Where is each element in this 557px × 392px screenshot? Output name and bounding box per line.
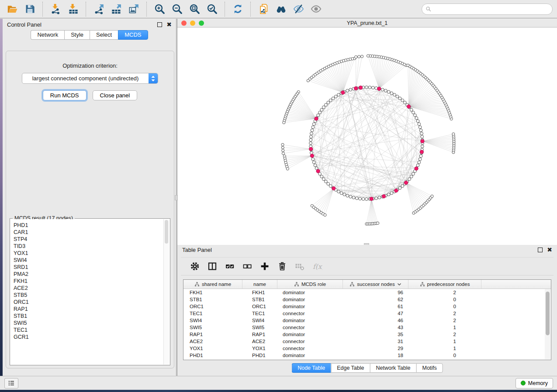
table-row[interactable]: FKH1FKH1dominator962 xyxy=(183,289,551,296)
table-row[interactable]: SWI4SWI4dominator462 xyxy=(183,317,551,324)
network-from-document-button[interactable] xyxy=(255,1,272,17)
close-panel-icon[interactable]: ✖ xyxy=(166,22,172,27)
mcds-result-item[interactable]: GCR1 xyxy=(14,334,164,340)
mcds-result-item[interactable]: ACE2 xyxy=(14,285,164,292)
delete-column-button[interactable] xyxy=(274,259,290,273)
table-panel-title: Table Panel xyxy=(182,247,538,253)
zoom-in-button[interactable] xyxy=(151,1,168,17)
mcds-result-item[interactable]: STB5 xyxy=(14,292,164,299)
cell-predecessor-nodes: 2 xyxy=(408,311,481,316)
column-header-predecessor-nodes[interactable]: predecessor nodes xyxy=(408,280,481,289)
save-session-icon xyxy=(24,3,36,15)
show-panels-button[interactable] xyxy=(307,1,325,17)
mcds-result-item[interactable]: CAR1 xyxy=(14,229,164,236)
column-label: MCDS role xyxy=(301,282,326,287)
column-header-successor-nodes[interactable]: successor nodes xyxy=(343,280,408,289)
hide-panels-icon xyxy=(293,3,304,15)
import-network-icon xyxy=(50,3,62,15)
tab-network-table[interactable]: Network Table xyxy=(370,363,416,373)
cell-successor-nodes: 62 xyxy=(343,297,408,302)
toggle-columns-button[interactable] xyxy=(204,259,220,273)
table-row[interactable]: PHD1PHD1dominator180 xyxy=(183,352,551,359)
mcds-result-item[interactable]: PMA2 xyxy=(14,271,164,278)
zoom-selected-button[interactable] xyxy=(203,1,221,17)
task-list-button[interactable] xyxy=(4,378,18,389)
mcds-result-item[interactable]: TEC1 xyxy=(14,327,164,334)
tab-motifs[interactable]: Motifs xyxy=(416,363,443,373)
mcds-result-item[interactable]: ORC1 xyxy=(14,299,164,306)
tab-mcds[interactable]: MCDS xyxy=(118,30,148,40)
float-table-panel-icon[interactable] xyxy=(538,248,543,252)
zoom-fit-button[interactable] xyxy=(186,1,203,17)
import-table-button[interactable] xyxy=(64,1,82,17)
mcds-result-item[interactable]: SWI5 xyxy=(14,320,164,327)
network-canvas[interactable] xyxy=(177,28,557,245)
save-session-button[interactable] xyxy=(21,1,38,17)
close-panel-button[interactable]: Close panel xyxy=(93,90,138,100)
binoculars-button[interactable] xyxy=(272,1,290,17)
table-panel-tabbar: Node TableEdge TableNetwork TableMotifs xyxy=(291,363,443,373)
close-table-panel-icon[interactable]: ✖ xyxy=(547,247,552,252)
mcds-result-scrollbar[interactable] xyxy=(163,219,170,364)
export-table-button[interactable] xyxy=(107,1,125,17)
deselect-all-rows-button[interactable] xyxy=(239,259,255,273)
vertical-splitter-handle[interactable] xyxy=(175,195,178,200)
open-file-button[interactable] xyxy=(3,1,21,17)
run-mcds-button[interactable]: Run MCDS xyxy=(43,90,86,100)
table-toolbar: f(x) xyxy=(181,257,554,275)
mcds-result-item[interactable]: STP4 xyxy=(14,236,164,243)
mcds-result-item[interactable]: SRD1 xyxy=(14,264,164,271)
table-row[interactable]: ACE2ACE2connector311 xyxy=(183,338,551,345)
refresh-view-button[interactable] xyxy=(229,1,246,17)
mcds-result-item[interactable]: STB1 xyxy=(14,313,164,320)
mcds-result-item[interactable]: YOX1 xyxy=(14,250,164,257)
column-header-name[interactable]: name xyxy=(242,280,277,289)
table-row[interactable]: TEC1TEC1connector472 xyxy=(183,310,551,317)
tab-network[interactable]: Network xyxy=(31,30,64,40)
cell-predecessor-nodes: 0 xyxy=(408,304,481,309)
add-column-button[interactable] xyxy=(257,259,273,273)
tab-select[interactable]: Select xyxy=(90,30,118,40)
export-network-icon xyxy=(93,3,105,15)
search-field[interactable] xyxy=(422,3,553,15)
cell-name: TEC1 xyxy=(242,311,277,316)
table-row[interactable]: SWI5SWI5connector431 xyxy=(183,324,551,331)
table-settings-gear-icon xyxy=(190,261,200,272)
status-bar: Memory xyxy=(0,376,557,390)
cell-shared-name: SWI5 xyxy=(183,325,242,330)
zoom-selected-icon xyxy=(206,3,218,15)
import-network-button[interactable] xyxy=(47,1,64,17)
table-row[interactable]: YOX1YOX1connector291 xyxy=(183,345,551,352)
column-header-MCDS-role[interactable]: MCDS role xyxy=(277,280,343,289)
cell-predecessor-nodes: 0 xyxy=(408,297,481,302)
binoculars-icon xyxy=(275,3,287,15)
search-input[interactable] xyxy=(434,6,549,13)
zoom-out-button[interactable] xyxy=(168,1,186,17)
mcds-result-item[interactable]: TID3 xyxy=(14,243,164,250)
export-image-button[interactable] xyxy=(125,1,142,17)
hide-panels-button[interactable] xyxy=(290,1,307,17)
optimization-criterion-dropdown[interactable]: largest connected component (undirected) xyxy=(22,73,158,84)
table-row[interactable]: RAP1RAP1dominator352 xyxy=(183,331,551,338)
mcds-result-item[interactable]: SWI4 xyxy=(14,257,164,264)
mcds-result-item[interactable]: RAP1 xyxy=(14,306,164,313)
svg-text:f(x): f(x) xyxy=(313,263,322,271)
toolbar-separator xyxy=(146,2,147,17)
mcds-result-item[interactable]: FKH1 xyxy=(14,278,164,285)
network-window-titlebar: YPA_prune.txt_1 xyxy=(177,19,557,28)
column-header-shared-name[interactable]: shared name xyxy=(183,280,242,289)
table-row[interactable]: ORC1ORC1dominator610 xyxy=(183,303,551,310)
node-table-scrollbar[interactable] xyxy=(545,289,550,359)
mcds-result-list[interactable]: PHD1CAR1STP4TID3YOX1SWI4SRD1PMA2FKH1ACE2… xyxy=(10,219,164,364)
memory-button[interactable]: Memory xyxy=(515,378,553,389)
mcds-result-item[interactable]: PHD1 xyxy=(14,222,164,229)
float-panel-icon[interactable] xyxy=(157,22,162,27)
table-settings-gear-button[interactable] xyxy=(187,259,203,273)
table-row[interactable]: STB1STB1dominator620 xyxy=(183,296,551,303)
network-view-window: YPA_prune.txt_1 xyxy=(177,19,557,245)
tab-style[interactable]: Style xyxy=(64,30,90,40)
tab-edge-table[interactable]: Edge Table xyxy=(331,363,370,373)
select-all-rows-button[interactable] xyxy=(222,259,238,273)
tab-node-table[interactable]: Node Table xyxy=(291,363,331,373)
export-network-button[interactable] xyxy=(90,1,107,17)
